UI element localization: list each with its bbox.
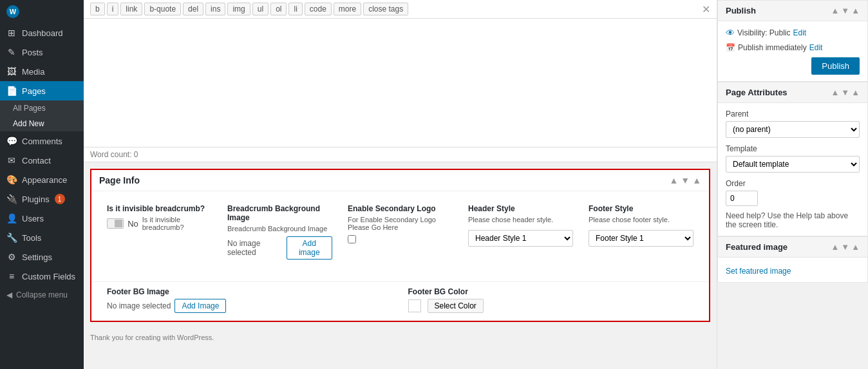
breadcrumb-toggle[interactable] [107, 218, 124, 229]
breadcrumb-bg-label: Breadcrumb Background Image [227, 204, 332, 222]
parent-label: Parent [726, 109, 860, 118]
sidebar-item-comments[interactable]: 💬 Comments [0, 131, 84, 151]
all-pages-label: All Pages [13, 104, 46, 113]
sidebar-item-users[interactable]: 👤 Users [0, 209, 84, 228]
collapse-menu[interactable]: ◀ Collapse menu [0, 286, 84, 304]
toolbar-btn-ins[interactable]: ins [205, 3, 225, 15]
sidebar-item-posts[interactable]: ✎ Posts [0, 43, 84, 62]
sidebar-item-label: Custom Fields [22, 272, 75, 281]
sidebar-item-label: Tools [22, 233, 41, 243]
page-attr-down-icon[interactable]: ▼ [841, 88, 849, 97]
publish-edit-link[interactable]: Edit [809, 43, 823, 52]
toolbar-btn-code[interactable]: code [305, 3, 332, 15]
toolbar-btn-close-tags[interactable]: close tags [363, 3, 408, 15]
footer-style-select[interactable]: Footer Style 1 Footer Style 2 Footer Sty… [589, 230, 693, 247]
template-select[interactable]: Default template [726, 156, 860, 173]
users-icon: 👤 [6, 213, 17, 223]
close-toolbar-icon[interactable]: ✕ [702, 3, 710, 15]
sidebar-item-label: Posts [22, 48, 43, 57]
toolbar-btn-i[interactable]: i [107, 3, 119, 15]
toolbar-btn-li[interactable]: li [288, 3, 302, 15]
visibility-label: Visibility: Public [737, 28, 790, 37]
sidebar-item-label: Comments [22, 137, 62, 146]
breadcrumb-bg-sub: Breadcrumb Background Image [227, 225, 332, 232]
comments-icon: 💬 [6, 136, 17, 146]
sidebar-item-contact[interactable]: ✉ Contact [0, 151, 84, 170]
visibility-edit-link[interactable]: Edit [793, 28, 806, 37]
publish-box-controls: ▲ ▼ ▲ [831, 6, 860, 15]
collapse-label: Collapse menu [16, 290, 68, 299]
page-info-meta-box: Page Info ▲ ▼ ▲ Is it invisible breadcru… [90, 169, 710, 322]
publish-down-icon[interactable]: ▼ [841, 6, 849, 15]
meta-box-up-icon[interactable]: ▲ [669, 175, 678, 185]
header-style-select[interactable]: Header Style 1 Header Style 2 Header Sty… [468, 230, 573, 247]
publish-up-icon[interactable]: ▲ [831, 6, 839, 15]
color-preview-swatch[interactable] [408, 299, 421, 312]
featured-close-icon[interactable]: ▲ [851, 242, 860, 252]
sidebar-item-custom-fields[interactable]: ≡ Custom Fields [0, 267, 84, 286]
toolbar-btn-ul[interactable]: ul [252, 3, 269, 15]
sidebar-item-tools[interactable]: 🔧 Tools [0, 228, 84, 247]
publish-button[interactable]: Publish [811, 57, 860, 75]
header-style-label: Header Style [468, 204, 573, 213]
parent-select[interactable]: (no parent) [726, 121, 860, 138]
visibility-row: 👁 Visibility: Public Edit [726, 28, 860, 38]
publish-box-body: 👁 Visibility: Public Edit 📅 Publish imme… [718, 21, 867, 81]
sidebar-item-dashboard[interactable]: ⊞ Dashboard [0, 23, 84, 43]
visibility-icon: 👁 [726, 28, 735, 38]
sidebar-item-plugins[interactable]: 🔌 Plugins 1 [0, 189, 84, 209]
set-featured-image-link[interactable]: Set featured image [726, 267, 860, 276]
sidebar-item-label: Media [22, 67, 44, 77]
editor-toolbar: b i link b-quote del ins img ul ol li co… [84, 0, 717, 19]
publish-box-header: Publish ▲ ▼ ▲ [718, 1, 867, 21]
sidebar-item-pages[interactable]: 📄 Pages [0, 81, 84, 100]
footer-bg-color-label: Footer BG Color [408, 287, 694, 296]
toolbar-btn-link[interactable]: link [120, 3, 142, 15]
toolbar-btn-ol[interactable]: ol [270, 3, 287, 15]
word-count-value: 0 [134, 150, 138, 159]
sidebar-item-media[interactable]: 🖼 Media [0, 62, 84, 81]
page-attr-up-icon[interactable]: ▲ [831, 88, 839, 97]
toolbar-btn-bquote[interactable]: b-quote [144, 3, 181, 15]
meta-box-header: Page Info ▲ ▼ ▲ [91, 170, 709, 191]
featured-up-icon[interactable]: ▲ [831, 242, 839, 252]
custom-fields-icon: ≡ [6, 271, 17, 281]
footer-bg-add-button[interactable]: Add Image [175, 299, 226, 313]
select-color-button[interactable]: Select Color [428, 299, 484, 313]
wp-logo-icon: W [6, 5, 19, 18]
wp-logo-text: W [10, 8, 16, 15]
footer-bg-color-row: Select Color [408, 299, 694, 313]
pages-submenu: All Pages Add New [0, 100, 84, 131]
secondary-logo-checkbox[interactable] [348, 235, 356, 243]
meta-col-secondary-logo: Enable Secondary Logo For Enable Seconda… [340, 199, 460, 267]
page-attributes-title: Page Attributes [726, 88, 788, 97]
page-attr-close-icon[interactable]: ▲ [851, 88, 860, 97]
toolbar-btn-b[interactable]: b [90, 3, 105, 15]
sidebar-item-label: Pages [22, 86, 46, 96]
breadcrumb-bg-no-image: No image selected [227, 239, 283, 257]
toolbar-btn-more[interactable]: more [334, 3, 361, 15]
breadcrumb-bg-add-button[interactable]: Add image [287, 236, 332, 260]
order-input[interactable] [726, 191, 758, 206]
sidebar-item-appearance[interactable]: 🎨 Appearance [0, 170, 84, 189]
sidebar-item-label: Settings [22, 252, 52, 262]
publish-close-icon[interactable]: ▲ [851, 6, 860, 15]
sidebar-item-settings[interactable]: ⚙ Settings [0, 247, 84, 267]
toolbar-btn-del[interactable]: del [183, 3, 203, 15]
publish-box: Publish ▲ ▼ ▲ 👁 Visibility: Public Edit … [717, 0, 868, 82]
sidebar: W ⊞ Dashboard ✎ Posts 🖼 Media 📄 Pages Al… [0, 0, 84, 369]
appearance-icon: 🎨 [6, 175, 17, 185]
sidebar-item-add-new[interactable]: Add New [6, 116, 84, 131]
help-text: Need help? Use the Help tab above the sc… [726, 211, 860, 229]
word-count-label: Word count: [90, 150, 131, 159]
featured-image-header: Featured image ▲ ▼ ▲ [718, 237, 867, 258]
meta-col-header-style: Header Style Please chose header style. … [460, 199, 581, 267]
featured-down-icon[interactable]: ▼ [841, 242, 849, 252]
order-label: Order [726, 179, 860, 188]
sidebar-item-all-pages[interactable]: All Pages [6, 100, 84, 116]
toolbar-btn-img[interactable]: img [227, 3, 250, 15]
editor-body[interactable] [84, 19, 717, 147]
sidebar-logo: W [0, 0, 84, 23]
meta-box-down-icon[interactable]: ▼ [681, 175, 690, 185]
meta-box-close-icon[interactable]: ▲ [692, 175, 701, 185]
